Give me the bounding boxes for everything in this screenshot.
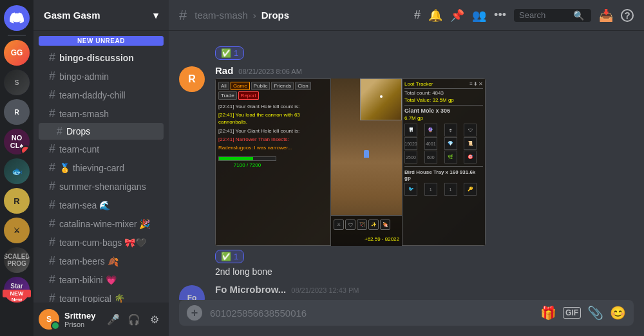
game-main-area: ⚔ 🛡 🏹 ✨ 🍖 +62.59 - 82022 [331,79,402,246]
gif-button[interactable]: GIF [563,307,581,319]
upload-icon[interactable]: 📎 [587,305,603,321]
message-content-fo: Fo Microbrow... 08/21/2023 12:43 PM [215,284,634,300]
hash-icon: # [49,180,55,193]
channel-item-team-sea[interactable]: # team-sea 🌊 [39,196,164,214]
user-area: S Srittney Prison 🎤 🎧 ⚙ [33,303,169,336]
reaction-checkmark[interactable]: ✅ 1 [215,46,244,60]
channel-header: # team-smash › Drops # 🔔 📌 👥 ••• 🔍 📥 ? [169,0,644,31]
pin-icon[interactable]: 📌 [450,8,464,23]
new-badge-label: New [3,290,31,297]
server-icon-0[interactable]: GG [4,40,30,66]
breadcrumb-server: team-smash [194,10,248,21]
channel-item-team-tropical[interactable]: # team-tropical 🌴 [39,289,164,303]
hash-icon: # [49,161,55,174]
hash-icon: # [49,142,55,156]
deafen-button[interactable]: 🎧 [125,310,143,328]
server-chevron: ▾ [153,10,158,21]
hash-icon: # [49,107,55,120]
channel-list: NEW UNREAD # bingo-discussion # bingo-ad… [33,31,169,303]
more-icon[interactable]: ••• [494,8,506,22]
reaction-check-rad[interactable]: ✅ 1 [215,250,244,263]
server-name: Gasm Gasm [44,10,100,21]
channel-item-bingo-discussion[interactable]: # bingo-discussion [39,48,164,67]
message-content-rad: Rad 08/21/2023 8:06 AM All Game Public [215,65,634,279]
channel-item-team-daddy-chill[interactable]: # team-daddy-chill [39,86,164,104]
channel-item-bingo-admin[interactable]: # bingo-admin [39,67,164,86]
mute-button[interactable]: 🎤 [104,310,122,328]
message-avatar-fo: Fo [179,285,205,300]
server-icon-6[interactable]: ⚔ [4,218,30,243]
channel-item-thieving-card[interactable]: # 🥇 thieving-card [39,158,164,177]
server-icon-5[interactable]: R [4,188,30,214]
header-actions: # 🔔 📌 👥 ••• 🔍 📥 ? [414,8,634,23]
server-icon-4[interactable]: 🐟 [4,158,30,184]
inbox-icon[interactable]: 📥 [599,8,613,23]
user-status: Prison [64,321,99,328]
messages-area[interactable]: ✅ 1 R Rad 08/21/2023 8:06 AM [169,31,644,300]
emoji-icon[interactable]: 😊 [610,305,626,321]
discord-home-icon[interactable] [4,5,30,31]
reaction-emoji: ✅ [221,48,231,58]
avatar-letter: S [46,315,52,324]
hashtag-icon[interactable]: # [414,8,421,22]
help-icon[interactable]: ? [621,9,634,22]
channel-name: bingo-discussion [59,53,134,63]
main-content: # team-smash › Drops # 🔔 📌 👥 ••• 🔍 📥 ? [169,0,644,336]
server-icon-1[interactable]: S [4,70,30,95]
channel-name: team-daddy-chill [59,90,126,100]
channel-item-team-cum-bags[interactable]: # team-cum-bags 🎀🖤 [39,233,164,252]
server-icon-7[interactable]: SCALEDPROG [4,247,30,273]
user-name: Srittney [64,311,99,321]
hash-icon: # [49,292,55,303]
server-header[interactable]: Gasm Gasm ▾ [33,0,169,31]
message-header-fo: Fo Microbrow... 08/21/2023 12:43 PM [215,284,634,295]
reaction-emoji: ✅ [221,252,231,261]
search-icon: 🔍 [573,10,584,21]
message-group-rad: R Rad 08/21/2023 8:06 AM All [169,62,644,281]
settings-button[interactable]: ⚙ [146,310,164,328]
channel-item-drops[interactable]: # Drops [39,123,164,140]
input-right-icons: 🎁 GIF 📎 😊 [540,305,626,321]
add-attachment-button[interactable]: + [187,305,202,321]
new-badge: New [4,297,30,303]
chat-line-4: [22:41] Narrower Than Insects: [218,136,328,143]
loot-grid: 🦷 🔮 🗡 🛡 19020 4001 💎 📜 2500 600 [404,124,483,163]
channel-name: team-beers 🍂 [59,256,118,266]
server-icon-2[interactable]: R [4,99,30,125]
reaction-count: 1 [234,252,238,261]
message-text-rad: 2nd long bone [215,266,634,279]
channel-item-team-beers[interactable]: # team-beers 🍂 [39,252,164,270]
hash-icon: # [49,254,55,268]
channel-name: 🥇 thieving-card [59,163,124,173]
gift-icon[interactable]: 🎁 [540,305,556,321]
breadcrumb-channel: Drops [261,10,289,21]
hash-icon: # [49,236,55,249]
message-timestamp-rad: 08/21/2023 8:06 AM [238,68,301,75]
bell-icon[interactable]: 🔔 [428,8,442,23]
breadcrumb: team-smash › Drops [194,10,289,21]
breadcrumb-separator: › [253,10,256,21]
channel-item-catalina-wine-mixer[interactable]: # catalina-wine-mixer 🎉 [39,214,164,233]
message-input[interactable] [210,308,533,319]
chat-line-2: [22:41] You load the cannon with 63 cann… [218,111,328,126]
server-divider [8,35,26,36]
chat-line-1: [22:41] Your Giant Hole kill count is: [218,103,328,110]
server-icon-3[interactable]: NOCL♠ [4,129,30,154]
channel-name: team-smash [59,109,109,119]
members-icon[interactable]: 👥 [472,8,486,23]
channel-name: team-bikini 💗 [59,275,117,285]
channel-item-summer-shenanigans[interactable]: # summer-shenanigans [39,177,164,196]
action-bar: ⚔ 🛡 🏹 ✨ 🍖 +62.59 - 82022 [331,215,402,246]
channel-item-team-bikini[interactable]: # team-bikini 💗 [39,270,164,289]
search-input[interactable] [519,10,571,20]
reaction-bar-rad: ✅ 1 [215,250,634,263]
channel-item-team-cunt[interactable]: # team-cunt [39,140,164,158]
message-avatar-rad: R [179,66,205,92]
channel-item-team-smash[interactable]: # team-smash [39,104,164,123]
hash-icon: # [49,273,55,286]
hash-icon: # [49,198,55,212]
message-header-rad: Rad 08/21/2023 8:06 AM [215,65,634,76]
channel-name: team-cunt [59,144,99,154]
minimap [360,79,402,120]
game-screenshot: All Game Public Friends Clan Trade Repor… [215,79,486,246]
